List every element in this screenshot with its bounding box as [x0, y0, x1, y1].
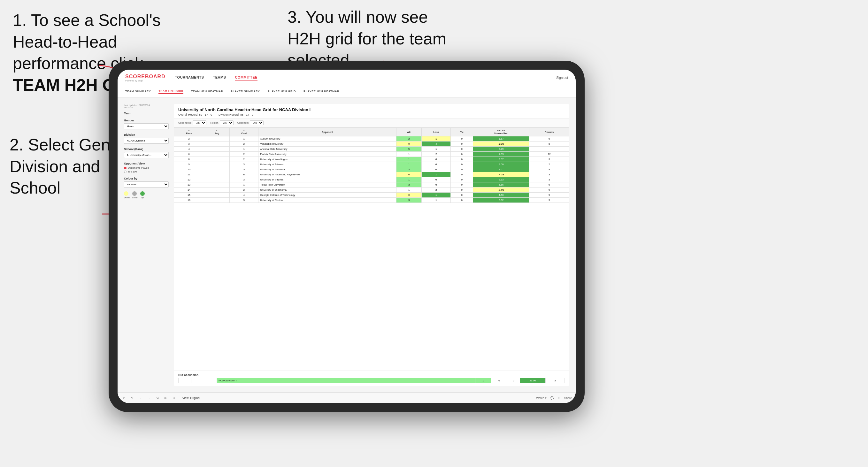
ood-reg [191, 378, 204, 383]
colour-by-label: Colour by [124, 177, 169, 180]
nav-committee[interactable]: COMMITTEE [235, 75, 257, 81]
share-btn[interactable]: Share [564, 396, 572, 400]
nav-teams[interactable]: TEAMS [213, 75, 226, 81]
logo-text: SCOREBOARD [125, 74, 165, 79]
back-btn[interactable]: ← [138, 396, 144, 400]
cell-rank: 6 [174, 152, 204, 157]
sub-nav-player-summary[interactable]: PLAYER SUMMARY [231, 90, 260, 94]
ood-win: 1 [475, 378, 491, 383]
sidebar-gender-section: Gender Men's [124, 119, 169, 129]
cell-rank: 9 [174, 162, 204, 167]
cell-opponent: University of Arkansas, Fayetteville [258, 172, 397, 177]
undo-btn[interactable]: ↩ [121, 396, 126, 400]
cell-diff: 5.56 [473, 182, 529, 187]
col-rank: #Rank [174, 128, 204, 136]
region-filter-label: Region [210, 121, 218, 124]
gender-select[interactable]: Men's [124, 123, 169, 129]
comment-btn[interactable]: 💬 [551, 396, 554, 400]
cell-rank: 15 [174, 193, 204, 198]
table-row: 14 2 University of Oklahoma 1 2 0 -1.00 … [174, 187, 569, 193]
cell-opponent: Georgia Institute of Technology [258, 193, 397, 198]
opponents-played-radio[interactable]: Opponents Played [124, 166, 169, 169]
paste-btn[interactable]: ⊕ [163, 396, 168, 400]
opponent-filter-group: Opponent (All) [237, 120, 264, 125]
cell-diff: -2.29 [473, 142, 529, 147]
table-row: 11 6 University of Arkansas, Fayettevill… [174, 172, 569, 177]
top100-radio[interactable]: Top 100 [124, 170, 169, 173]
cell-rank: 11 [174, 172, 204, 177]
sub-nav-team-summary[interactable]: TEAM SUMMARY [125, 90, 151, 94]
cell-rounds: 8 [529, 142, 569, 147]
cell-diff: 2.61 [473, 167, 529, 172]
sub-nav-player-h2h-grid[interactable]: PLAYER H2H GRID [268, 90, 296, 94]
cell-loss: 0 [422, 167, 451, 172]
cell-tie: 0 [451, 172, 473, 177]
sub-nav-player-h2h-heatmap[interactable]: PLAYER H2H HEATMAP [304, 90, 339, 94]
clock-btn[interactable]: ⏱ [171, 396, 177, 400]
sub-nav-team-h2h-grid[interactable]: TEAM H2H GRID [158, 89, 183, 94]
opponents-filter-select[interactable]: (All) [193, 120, 206, 125]
cell-rank: 10 [174, 167, 204, 172]
cell-conf: 3 [230, 162, 258, 167]
grid-records: Overall Record: 89 - 17 - 0 Division Rec… [178, 113, 565, 116]
table-row: 12 3 University of Virginia 1 0 0 2.33 3 [174, 177, 569, 182]
sub-nav-team-h2h-heatmap[interactable]: TEAM H2H HEATMAP [191, 90, 223, 94]
data-table: #Rank #Reg #Conf Opponent Win Loss Tie D… [174, 127, 569, 371]
cell-rank: 3 [174, 142, 204, 147]
table-row: 13 1 Texas Tech University 3 0 0 5.56 9 [174, 182, 569, 187]
bottom-toolbar: ↩ ↪ ← → ⧉ ⊕ ⏱ View: Original Watch ▾ 💬 ⊞… [118, 392, 576, 403]
cell-tie: 0 [451, 177, 473, 182]
cell-opponent: University of Alabama [258, 167, 397, 172]
cell-diff: 1.67 [473, 136, 529, 142]
sidebar-date: Last Updated: 27/03/2024 16:55:38 [124, 104, 169, 108]
out-of-division-table: NCAA Division II 1 0 0 26.00 3 [178, 378, 565, 383]
table-row: 2 1 Auburn University 2 1 0 1.67 9 [174, 136, 569, 142]
ood-rank [179, 378, 191, 383]
sign-out[interactable]: Sign out [556, 76, 568, 80]
grid-filters: Opponents: (All) Region (All) Opponent [174, 119, 569, 127]
cell-reg [204, 182, 230, 187]
cell-loss: 0 [422, 182, 451, 187]
toolbar-right: Watch ▾ 💬 ⊞ Share [536, 396, 572, 400]
overall-record: Overall Record: 89 - 17 - 0 [178, 113, 212, 116]
cell-win: 3 [397, 167, 422, 172]
division-select[interactable]: NCAA Division I [124, 138, 169, 144]
cell-diff: 2.33 [473, 177, 529, 182]
cell-tie: 0 [451, 147, 473, 152]
cell-win: 1 [397, 187, 422, 193]
cell-diff: 3.67 [473, 157, 529, 162]
table-row: 16 3 University of Florida 3 1 0 6.62 9 [174, 198, 569, 203]
out-of-division-label: Out of division [178, 373, 565, 377]
opponent-filter-select[interactable]: (All) [250, 120, 264, 125]
nav-tournaments[interactable]: TOURNAMENTS [175, 75, 204, 81]
copy-btn[interactable]: ⧉ [155, 396, 160, 400]
logo: SCOREBOARD Powered by clippi [125, 74, 165, 82]
nav-links: TOURNAMENTS TEAMS COMMITTEE [175, 75, 557, 81]
cell-opponent: Texas Tech University [258, 182, 397, 187]
level-legend: Level [132, 191, 138, 199]
forward-btn[interactable]: → [147, 396, 152, 400]
cell-opponent: University of Florida [258, 198, 397, 203]
cell-rounds: 3 [529, 177, 569, 182]
region-filter-select[interactable]: (All) [220, 120, 234, 125]
layout-btn[interactable]: ⊞ [558, 396, 560, 400]
cell-win: 1 [397, 157, 422, 162]
cell-loss: 1 [422, 193, 451, 198]
cell-opponent: Arizona State University [258, 147, 397, 152]
sidebar-school-section: School (Rank) 1. University of Nort... [124, 148, 169, 158]
radio-dot-top100 [124, 170, 126, 173]
cell-tie: 0 [451, 136, 473, 142]
school-select[interactable]: 1. University of Nort... [124, 152, 169, 158]
up-dot [140, 191, 145, 196]
col-diff: Diff AvStrokes/Rnd [473, 128, 529, 136]
cell-conf: 1 [230, 147, 258, 152]
cell-rank: 12 [174, 177, 204, 182]
watch-btn[interactable]: Watch ▾ [536, 396, 547, 400]
redo-btn[interactable]: ↪ [130, 396, 135, 400]
table-row: 10 5 University of Alabama 3 0 0 2.61 8 [174, 167, 569, 172]
cell-diff: 4.50 [473, 193, 529, 198]
ood-conf [204, 378, 217, 383]
color-legend: Down Level Up [124, 191, 169, 199]
colour-by-select[interactable]: Win/loss [124, 181, 169, 187]
up-legend: Up [140, 191, 145, 199]
